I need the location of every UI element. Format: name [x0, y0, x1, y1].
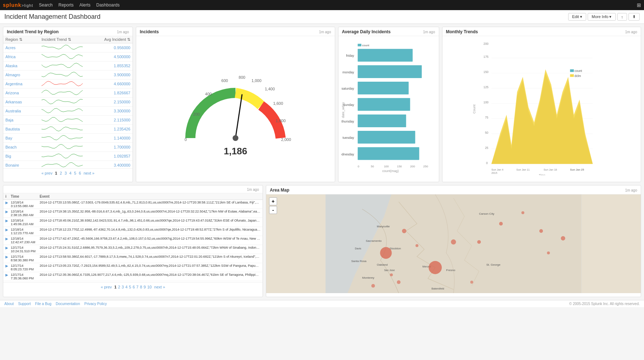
trend-next-page[interactable]: next » — [83, 171, 94, 175]
expand-col-header: i — [3, 193, 9, 200]
table-row: Almagro 3.900000 — [3, 70, 133, 80]
page-link[interactable]: 7 — [136, 285, 138, 289]
file-bug-link[interactable]: File a Bug — [35, 302, 51, 306]
incidents-panel: Incidents 1m ago 0 200 400 600 — [136, 27, 335, 182]
upload-button[interactable]: ↑ — [617, 13, 627, 21]
page-link[interactable]: 5 — [74, 171, 76, 175]
events-panel: 1m ago i Time Event ▶ 12/18/143:13:55.08… — [3, 185, 263, 297]
page-link[interactable]: 8 — [140, 285, 142, 289]
expand-button[interactable]: ▶ — [5, 228, 8, 232]
page-link[interactable]: 4 — [69, 171, 72, 175]
region-link[interactable]: Arizona — [5, 91, 19, 95]
zoom-out-button[interactable]: - — [269, 206, 277, 214]
more-info-button[interactable]: More Info ▾ — [588, 13, 616, 21]
monthly-trends-panel: Monthly Trends 1m ago 0 25 50 75 100 125… — [442, 27, 641, 182]
expand-button[interactable]: ▶ — [5, 246, 8, 250]
time-col-header[interactable]: Time — [9, 193, 38, 200]
region-link[interactable]: Beach — [5, 145, 17, 149]
table-row: ▶ 12/18/143:13:55.080 AM 2014-12-17T20:1… — [3, 200, 263, 209]
expand-button[interactable]: ▶ — [5, 282, 8, 282]
svg-text:125: 125 — [483, 85, 488, 89]
page-link[interactable]: 10 — [147, 285, 152, 289]
svg-rect-20 — [358, 98, 410, 111]
documentation-link[interactable]: Documentation — [56, 302, 80, 306]
page-link[interactable]: 3 — [65, 171, 67, 175]
region-link[interactable]: Almagro — [5, 73, 20, 77]
region-link[interactable]: Africa — [5, 55, 16, 59]
map-svg: Marysville Carson City Sacramento Davis … — [266, 194, 641, 293]
page-link[interactable]: 2 — [118, 285, 120, 289]
avg-incident-col-header[interactable]: Avg Incident ⇅ — [87, 36, 133, 43]
table-row: ▶ 12/17/148:05:23.720 PM 2014-12-17T13:0… — [3, 263, 263, 272]
region-link[interactable]: Argentina — [5, 82, 22, 86]
events-prev-page[interactable]: « prev — [101, 285, 112, 289]
events-panel-timestamp: 1m ago — [247, 188, 259, 192]
region-link[interactable]: Alaska — [5, 64, 17, 68]
expand-button[interactable]: ▶ — [5, 219, 8, 223]
region-link[interactable]: Baja — [5, 118, 13, 122]
events-pagination: « prev 12345678910 next » — [3, 282, 263, 291]
event-col-header[interactable]: Event — [38, 193, 263, 200]
expand-button[interactable]: ▶ — [5, 201, 8, 205]
map-panel-title: Area Map — [270, 188, 289, 193]
region-link[interactable]: Bonaire — [5, 163, 19, 167]
svg-rect-26 — [358, 147, 419, 160]
expand-button[interactable]: ▶ — [5, 273, 8, 277]
page-link[interactable]: 6 — [133, 285, 135, 289]
trend-prev-page[interactable]: « prev — [42, 171, 53, 175]
share-button[interactable]: ⬆ — [628, 13, 640, 21]
table-row: ▶ 12/18/1412:42:47.230 AM 2014-12-17T17:… — [3, 236, 263, 245]
support-link[interactable]: Support — [18, 302, 31, 306]
footer-links: About Support File a Bug Documentation P… — [4, 302, 107, 306]
window-icon[interactable]: ⊞ — [637, 2, 641, 8]
page-title: Incident Management Dashboard — [4, 13, 100, 21]
events-next-page[interactable]: next » — [154, 285, 165, 289]
svg-text:Stockton: Stockton — [390, 247, 401, 250]
edit-button[interactable]: Edit ▾ — [568, 13, 586, 21]
table-row: Africa 4.500000 — [3, 52, 133, 61]
expand-button[interactable]: ▶ — [5, 237, 8, 241]
svg-text:600: 600 — [221, 78, 228, 83]
page-link[interactable]: 1 — [114, 285, 117, 289]
page-link[interactable]: 6 — [79, 171, 81, 175]
svg-text:400: 400 — [205, 92, 212, 96]
region-col-header[interactable]: Region ⇅ — [3, 36, 39, 43]
page-link[interactable]: 5 — [129, 285, 131, 289]
avg-daily-panel: Average Daily Incidents 1m ago date_wday… — [338, 27, 439, 182]
nav-dashboards[interactable]: Dashboards — [96, 3, 120, 8]
page-link[interactable]: 1 — [55, 171, 57, 175]
svg-text:0: 0 — [185, 137, 187, 142]
incident-trend-col-header[interactable]: Incident Trend ⇅ — [39, 36, 87, 43]
page-link[interactable]: 4 — [125, 285, 127, 289]
about-link[interactable]: About — [4, 302, 14, 306]
avg-daily-chart: date_wday friday monday saturday sunday — [341, 39, 436, 175]
page-link[interactable]: 3 — [122, 285, 124, 289]
top-row: Incident Trend by Region 1m ago Region ⇅… — [3, 27, 641, 182]
nav-alerts[interactable]: Alerts — [79, 3, 91, 8]
zoom-in-button[interactable]: + — [269, 197, 277, 205]
svg-point-93 — [397, 280, 401, 284]
region-link[interactable]: Australia — [5, 109, 21, 113]
privacy-link[interactable]: Privacy Policy — [84, 302, 107, 306]
svg-text:50: 50 — [485, 131, 488, 134]
region-link[interactable]: Acres — [5, 46, 16, 50]
expand-button[interactable]: ▶ — [5, 210, 8, 214]
trend-pagination: « prev 1 2 3 4 5 6 next » — [3, 168, 133, 177]
page-link[interactable]: 2 — [60, 171, 62, 175]
avg-value: 0.956000 — [87, 43, 133, 52]
table-row: Beach 1.700000 — [3, 143, 133, 152]
nav-search[interactable]: Search — [39, 3, 53, 8]
avg-value: 1.140000 — [87, 134, 133, 143]
region-link[interactable]: Big — [5, 154, 11, 158]
avg-value: 3.900000 — [87, 70, 133, 80]
nav-reports[interactable]: Reports — [59, 3, 74, 8]
expand-button[interactable]: ▶ — [5, 264, 8, 268]
region-link[interactable]: Arkansas — [5, 100, 22, 104]
page-link[interactable]: 9 — [144, 285, 146, 289]
region-link[interactable]: Bay — [5, 136, 12, 140]
expand-button[interactable]: ▶ — [5, 255, 8, 259]
event-text: 2014-12-17T18:45:06.210Z,38.9382,142.042… — [38, 218, 263, 227]
region-link[interactable]: Bautista — [5, 127, 20, 131]
svg-point-96 — [470, 281, 473, 284]
table-row: Arkansas 2.150000 — [3, 98, 133, 107]
